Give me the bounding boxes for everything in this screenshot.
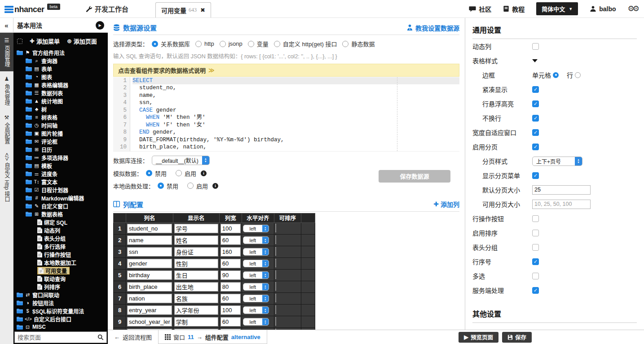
tree-item[interactable]: 表头分组	[13, 234, 108, 242]
sortable-checkbox[interactable]	[275, 224, 276, 232]
align-select[interactable]: left▲▼	[243, 248, 269, 256]
run-page-button[interactable]: ▶	[96, 21, 104, 30]
user-menu[interactable]: balbo	[590, 5, 616, 13]
source-type-radio[interactable]: 变量	[248, 39, 269, 48]
setting-checkbox[interactable]: ✓	[532, 172, 539, 179]
display-name-input[interactable]: 性别	[174, 259, 218, 268]
col-width-input[interactable]: 60	[221, 259, 241, 268]
sortable-checkbox[interactable]	[275, 329, 276, 330]
tree-item[interactable]: </>自定义后台接口	[13, 315, 108, 323]
search-input[interactable]	[18, 334, 97, 341]
save-page-button[interactable]: 保存	[502, 332, 532, 343]
col-name-input[interactable]: name	[127, 235, 172, 245]
setting-input[interactable]	[532, 185, 591, 195]
align-select[interactable]: left▲▼	[243, 236, 269, 244]
tree-item[interactable]: ◷时间轴	[13, 121, 108, 129]
tree-item[interactable]: 行操作按钮	[13, 250, 108, 258]
display-name-input[interactable]: 身份证	[174, 247, 218, 257]
side-tab-pages-icon[interactable]: ☰页面管理	[0, 33, 13, 71]
tree-item[interactable]: ≡树表格	[13, 113, 108, 121]
back-to-flow-button[interactable]: ← 返回流程图	[108, 330, 158, 344]
col-width-input[interactable]: 60	[221, 317, 241, 327]
border-radio[interactable]	[553, 72, 559, 78]
teach-me-link[interactable]: 教我设置数据源	[407, 23, 459, 32]
setting-checkbox[interactable]: ✓	[532, 86, 539, 93]
sortable-checkbox[interactable]	[275, 235, 276, 244]
save-datasource-button[interactable]: 保存数据源	[379, 170, 450, 183]
preview-page-button[interactable]: ▶ 预览页面	[459, 332, 498, 343]
tree-item[interactable]: #Markdown编辑器	[13, 194, 108, 202]
sql-editor[interactable]: 12345678910 SELECT student_no, name, ssn…	[113, 77, 459, 152]
col-width-input[interactable]: 60	[221, 294, 241, 303]
open-page-tab[interactable]: 可用变量 643 ✖	[155, 2, 211, 17]
align-select[interactable]: left▲▼	[243, 271, 269, 279]
tree-item[interactable]: ▦表格编辑器	[13, 81, 108, 89]
window-config-tab[interactable]: 窗口 11 → 组件配置 alternative	[158, 330, 267, 344]
setting-checkbox[interactable]	[532, 215, 539, 222]
display-name-input[interactable]: 出生地	[174, 282, 218, 292]
sortable-checkbox[interactable]	[275, 282, 276, 291]
tree-item[interactable]: ⇄窗口间联动	[13, 291, 108, 299]
tree-item[interactable]: 联动查询	[13, 274, 108, 283]
setting-checkbox[interactable]: ✓	[532, 115, 539, 122]
sortable-checkbox[interactable]	[275, 305, 276, 314]
select-box-icon[interactable]	[17, 39, 22, 44]
setting-checkbox[interactable]: ✓	[532, 144, 539, 150]
display-name-input[interactable]: 入学年份	[174, 305, 218, 315]
tree-item[interactable]: ☰数据列表	[13, 89, 108, 97]
display-name-input[interactable]: 生日	[174, 270, 218, 280]
col-name-input[interactable]: entry_year	[127, 305, 172, 315]
sidebar-collapse-button[interactable]: «	[0, 18, 13, 33]
tree-item[interactable]: 本地数据加工	[13, 258, 108, 266]
align-select[interactable]: left▲▼	[243, 283, 269, 291]
source-type-radio[interactable]: 静态数据	[342, 39, 375, 48]
col-width-input[interactable]: 60	[221, 235, 241, 245]
side-tab-global-config-icon[interactable]: ⚒全局配置	[0, 110, 13, 148]
align-select[interactable]: left▲▼	[243, 295, 269, 302]
tree-item[interactable]: ◑按钮用法	[13, 299, 108, 307]
tree-item[interactable]: 绑定 SQL	[13, 218, 108, 226]
settings-gears-icon[interactable]: ⚙⚙	[628, 4, 638, 13]
tree-item[interactable]: ⌕查询器	[13, 57, 108, 65]
setting-checkbox[interactable]	[532, 244, 539, 251]
col-width-input[interactable]: 80	[221, 282, 241, 292]
tree-item[interactable]: T↕富文本	[13, 178, 108, 186]
tree-item[interactable]: 多行选择	[13, 242, 108, 250]
align-select[interactable]: left▲▼	[243, 318, 269, 326]
col-width-input[interactable]: 160	[221, 247, 241, 257]
tree-item[interactable]: ▤表单	[13, 65, 108, 73]
tree-item-selected[interactable]: 可用变量	[37, 267, 70, 274]
tree-item[interactable]: ≔多项选择器	[13, 153, 108, 161]
sortable-checkbox[interactable]	[275, 294, 276, 302]
align-select[interactable]: left▲▼	[243, 306, 269, 314]
tree-item[interactable]: ⊡MISC	[13, 323, 108, 331]
tree-item[interactable]: ⊞数据表格	[13, 210, 108, 218]
tree-item[interactable]: ◔图表	[13, 73, 108, 81]
border-radio[interactable]	[575, 72, 581, 78]
tree-item[interactable]: ⚑官方组件用法	[13, 48, 108, 57]
db-connection-select[interactable]: __default__(默认) ▲▼	[152, 156, 210, 165]
display-name-input[interactable]: 学号	[174, 224, 218, 233]
sortable-checkbox[interactable]	[275, 247, 276, 256]
localfn-enabled-radio[interactable]: 启用	[187, 182, 208, 190]
col-width-input[interactable]: 100	[221, 305, 241, 315]
tree-item[interactable]: $$SQL标识符变量用法	[13, 307, 108, 315]
tree-item[interactable]: ▣图片轮播	[13, 129, 108, 137]
display-name-input[interactable]: 学制	[174, 317, 218, 327]
col-name-input[interactable]: birthday	[127, 270, 172, 280]
col-name-input[interactable]: nation	[127, 294, 172, 303]
setting-checkbox[interactable]: ✓	[532, 100, 539, 107]
localfn-disabled-radio[interactable]: 禁用	[158, 182, 178, 190]
source-type-radio[interactable]: http	[195, 40, 214, 47]
tree-item[interactable]: ▲统计地图	[13, 97, 108, 105]
source-type-radio[interactable]: 关系数据库	[152, 39, 190, 48]
sortable-checkbox[interactable]	[275, 270, 276, 279]
col-width-input[interactable]: 90	[221, 270, 241, 280]
add-page-button[interactable]: ⊕添加页面	[67, 37, 97, 45]
setting-input[interactable]	[532, 200, 591, 209]
display-name-input[interactable]: 名族	[174, 294, 218, 303]
tree-item[interactable]: ♣树	[13, 105, 108, 113]
align-select[interactable]: left▲▼	[243, 260, 269, 267]
tree-item[interactable]: 动态列	[13, 226, 108, 234]
search-icon[interactable]	[97, 334, 104, 340]
